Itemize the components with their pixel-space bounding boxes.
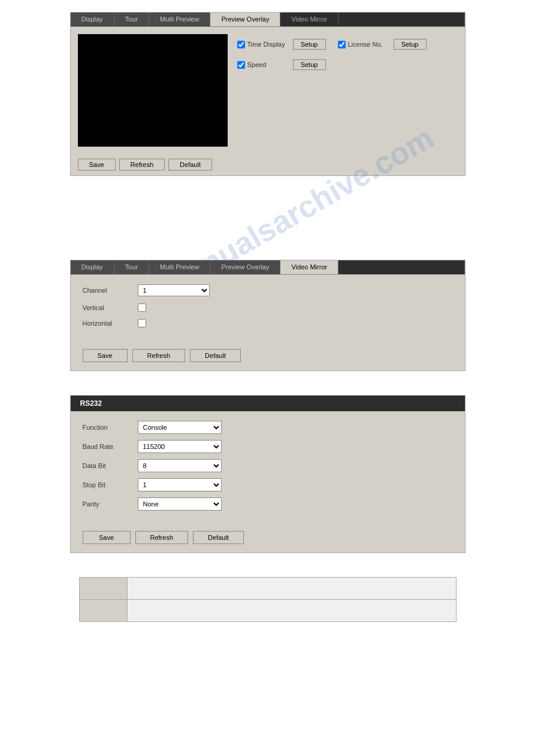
vertical-label: Vertical: [83, 304, 131, 311]
refresh-button-2[interactable]: Refresh: [132, 349, 186, 362]
refresh-button-3[interactable]: Refresh: [135, 531, 189, 544]
speed-label: Speed: [237, 61, 288, 69]
data-bit-row: Data Bit 8 7 6 5: [83, 459, 453, 472]
horizontal-row: Horizontal: [83, 319, 453, 327]
speed-row: Speed Setup: [237, 59, 458, 70]
simple-table-panel: [79, 577, 457, 622]
save-button-1[interactable]: Save: [78, 159, 116, 171]
tab-spacer-1: [338, 13, 464, 26]
horizontal-label: Horizontal: [83, 320, 131, 327]
time-display-checkbox[interactable]: [237, 41, 245, 48]
license-no-checkbox[interactable]: [338, 41, 346, 48]
channel-select[interactable]: 1 2 3 4: [138, 284, 210, 296]
speed-checkbox[interactable]: [237, 61, 245, 69]
license-no-row: License No. Setup: [338, 39, 427, 50]
rs232-panel: RS232 Function Console Keyboard PTZ Baud…: [70, 395, 466, 553]
stop-bit-select[interactable]: 1 2: [138, 478, 222, 491]
tab-multi-preview-1[interactable]: Multi Preview: [149, 13, 210, 26]
data-bit-label: Data Bit: [83, 462, 131, 469]
time-display-label: Time Display: [237, 41, 288, 48]
parity-label: Parity: [83, 500, 131, 508]
table-cell-left-2: [80, 600, 128, 621]
parity-select[interactable]: None Odd Even: [138, 497, 222, 511]
panel-body-mirror: Channel 1 2 3 4 Vertical Horizontal: [71, 275, 465, 344]
function-row: Function Console Keyboard PTZ: [83, 421, 453, 434]
watermark-section: manualsarchive.com: [36, 200, 499, 236]
license-no-label: License No.: [338, 41, 389, 48]
default-button-3[interactable]: Default: [193, 531, 244, 544]
vertical-checkbox[interactable]: [138, 303, 146, 312]
channel-row: Channel 1 2 3 4: [83, 284, 453, 296]
tab-spacer-2: [338, 260, 464, 274]
stop-bit-row: Stop Bit 1 2: [83, 478, 453, 491]
function-label: Function: [83, 424, 131, 431]
panel-footer-1: Save Refresh Default: [71, 154, 465, 175]
table-row-1: [80, 578, 456, 600]
time-display-row: Time Display Setup: [237, 39, 326, 50]
preview-overlay-panel: Display Tour Multi Preview Preview Overl…: [70, 12, 466, 176]
tab-tour-1[interactable]: Tour: [114, 13, 149, 26]
overlay-options: Time Display Setup License No. Setup: [237, 34, 458, 147]
table-cell-right-1: [128, 578, 456, 599]
vertical-row: Vertical: [83, 303, 453, 312]
tab-display-2[interactable]: Display: [71, 260, 114, 274]
tab-bar-2: Display Tour Multi Preview Preview Overl…: [71, 260, 465, 275]
video-preview: [78, 34, 228, 147]
panel-footer-3: Save Refresh Default: [71, 526, 465, 552]
baud-rate-select[interactable]: 115200 57600 38400 19200 9600: [138, 440, 222, 453]
baud-rate-row: Baud Rate 115200 57600 38400 19200 9600: [83, 440, 453, 453]
panel-body-rs232: Function Console Keyboard PTZ Baud Rate …: [71, 411, 465, 526]
table-cell-right-2: [128, 600, 456, 621]
baud-rate-label: Baud Rate: [83, 443, 131, 450]
panel-body-overlay: Time Display Setup License No. Setup: [71, 27, 465, 154]
tab-preview-overlay[interactable]: Preview Overlay: [210, 13, 280, 26]
data-bit-select[interactable]: 8 7 6 5: [138, 459, 222, 472]
parity-row: Parity None Odd Even: [83, 497, 453, 511]
license-no-setup-button[interactable]: Setup: [394, 39, 427, 50]
table-row-2: [80, 600, 456, 621]
default-button-2[interactable]: Default: [190, 349, 241, 362]
video-mirror-panel: Display Tour Multi Preview Preview Overl…: [70, 260, 466, 371]
tab-preview-overlay-2[interactable]: Preview Overlay: [210, 260, 280, 274]
tab-video-mirror-1[interactable]: Video Mirror: [280, 13, 338, 26]
channel-label: Channel: [83, 287, 131, 294]
refresh-button-1[interactable]: Refresh: [119, 159, 165, 171]
tab-display-1[interactable]: Display: [71, 13, 114, 26]
tab-video-mirror-2[interactable]: Video Mirror: [280, 260, 338, 274]
speed-setup-button[interactable]: Setup: [293, 59, 326, 70]
stop-bit-label: Stop Bit: [83, 481, 131, 488]
function-select[interactable]: Console Keyboard PTZ: [138, 421, 222, 434]
rs232-header: RS232: [71, 396, 465, 411]
save-button-2[interactable]: Save: [83, 349, 128, 362]
tab-multi-preview-2[interactable]: Multi Preview: [149, 260, 210, 274]
save-button-3[interactable]: Save: [83, 531, 131, 544]
time-display-setup-button[interactable]: Setup: [293, 39, 326, 50]
tab-tour-2[interactable]: Tour: [114, 260, 149, 274]
default-button-1[interactable]: Default: [168, 159, 212, 171]
tab-bar-1: Display Tour Multi Preview Preview Overl…: [71, 13, 465, 27]
horizontal-checkbox[interactable]: [138, 319, 146, 327]
table-cell-left-1: [80, 578, 128, 599]
panel-footer-2: Save Refresh Default: [71, 344, 465, 371]
